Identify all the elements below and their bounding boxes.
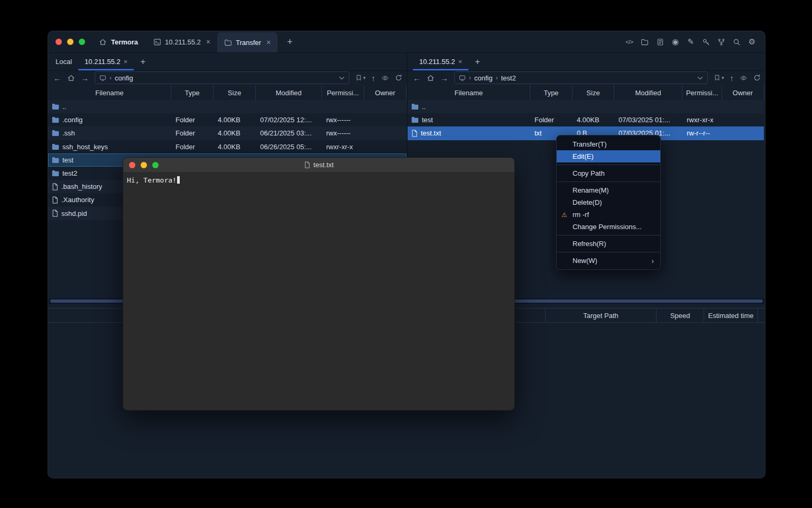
close-icon[interactable]: × [266,38,271,47]
code-icon[interactable]: </> [625,38,634,47]
column-header-modified[interactable]: Modified [614,85,682,100]
add-panel-tab-button[interactable]: + [468,53,486,70]
column-header-estimated-time[interactable]: Estimated time [704,309,758,322]
close-icon[interactable]: × [206,38,210,46]
home-button[interactable] [67,74,75,82]
refresh-icon[interactable] [753,74,761,81]
menu-item-rm-rf[interactable]: ⚠ rm -rf [557,208,660,221]
log-icon[interactable] [656,38,665,47]
tab-remote-left[interactable]: 10.211.55.2 × [78,53,134,70]
file-permissions: rw-r--r-- [682,129,722,137]
tab-local[interactable]: Local [49,53,78,70]
file-icon [52,210,58,217]
menu-item-edit[interactable]: Edit(E) [557,150,660,162]
column-header-speed[interactable]: Speed [656,309,704,322]
path-breadcrumb[interactable]: › config › test2 [454,71,708,84]
title-toolbar: </> ◉ ✎ ⚙ [625,38,756,47]
folder-icon [411,103,419,110]
menu-item-refresh[interactable]: Refresh(R) [557,238,660,250]
back-button[interactable]: ← [413,74,421,82]
file-name: .config [62,116,82,124]
file-modified: 06/21/2025 03:... [256,129,322,137]
column-header-filename[interactable]: Filename [408,85,530,100]
close-window-button[interactable] [56,39,62,45]
column-header-target-path[interactable]: Target Path [545,309,656,322]
window-controls [56,39,85,45]
add-panel-tab-button[interactable]: + [134,53,152,70]
fork-icon[interactable] [717,38,726,47]
home-button[interactable] [427,74,435,82]
text-cursor [177,176,180,184]
pen-icon[interactable]: ✎ [686,38,695,47]
column-header-permissions[interactable]: Permissi... [322,85,364,100]
chevron-down-icon[interactable] [339,76,345,80]
column-header-size[interactable]: Size [214,85,256,100]
column-header-owner[interactable]: Owner [364,85,407,100]
file-name: .. [422,103,426,111]
app-home-button[interactable]: Termora [99,38,138,46]
parent-directory-button[interactable]: ↑ [372,74,376,82]
column-header-type[interactable]: Type [171,85,214,100]
editor-title: test.txt [123,158,514,172]
menu-item-delete[interactable]: Delete(D) [557,196,660,208]
column-header-owner[interactable]: Owner [722,85,764,100]
breadcrumb-item[interactable]: test2 [501,74,516,82]
file-modified: 06/26/2025 05:... [256,143,322,151]
column-header-size[interactable]: Size [573,85,614,100]
column-header-modified[interactable]: Modified [256,85,322,100]
menu-item-change-permissions[interactable]: Change Permissions... [557,221,660,233]
tab-terminal-session[interactable]: 10.211.55.2 × [146,31,217,52]
tab-transfer[interactable]: Transfer × [217,32,278,52]
forward-button[interactable]: → [81,74,89,82]
table-row[interactable]: .. [48,100,407,113]
editor-text-area[interactable]: Hi, Termora! [123,173,514,188]
menu-item-transfer[interactable]: Transfer(T) [557,138,660,150]
breadcrumb-item[interactable]: config [474,74,493,82]
parent-directory-button[interactable]: ↑ [730,74,734,82]
editor-titlebar[interactable]: test.txt [123,158,514,173]
maximize-window-button[interactable] [79,39,85,45]
path-breadcrumb[interactable]: › config [95,71,349,84]
table-row[interactable]: test Folder 4.00KB 07/03/2025 01:... rwx… [408,113,764,126]
key-icon[interactable] [702,38,710,47]
document-icon [304,161,310,168]
tab-label: 10.211.55.2 [419,58,455,66]
close-window-button[interactable] [129,162,135,168]
show-hidden-eye-icon[interactable] [381,75,389,81]
folder-icon[interactable] [640,38,649,47]
refresh-icon[interactable] [395,74,402,81]
file-size: 4.00KB [214,116,256,124]
table-row[interactable]: .config Folder 4.00KB 07/02/2025 12:... … [48,113,407,126]
record-icon[interactable]: ◉ [671,38,680,47]
back-button[interactable]: ← [53,74,61,82]
close-icon[interactable]: × [458,58,463,66]
close-icon[interactable]: × [124,58,128,66]
minimize-window-button[interactable] [141,162,147,168]
bookmark-icon[interactable] [355,74,362,81]
table-row[interactable]: ssh_host_keys Folder 4.00KB 06/26/2025 0… [48,140,407,153]
tab-label: Local [56,58,72,66]
table-row[interactable]: .ssh Folder 4.00KB 06/21/2025 03:... rwx… [48,126,407,140]
maximize-window-button[interactable] [152,162,159,168]
menu-item-new[interactable]: New(W) › [557,255,660,267]
table-row[interactable]: .. [408,100,764,113]
column-header-permissions[interactable]: Permissi... [682,85,722,100]
bookmark-caret-icon[interactable]: ▾ [363,75,366,80]
file-name: test2 [62,169,77,177]
menu-item-copy-path[interactable]: Copy Path [557,167,660,179]
menu-item-rename[interactable]: Rename(M) [557,184,660,196]
breadcrumb-item[interactable]: config [115,74,133,82]
minimize-window-button[interactable] [67,39,73,45]
column-header-type[interactable]: Type [530,85,573,100]
show-hidden-eye-icon[interactable] [740,75,748,81]
search-icon[interactable] [732,38,741,47]
chevron-down-icon[interactable] [697,76,703,80]
bookmark-caret-icon[interactable]: ▾ [722,75,724,80]
bookmark-icon[interactable] [714,74,721,81]
forward-button[interactable]: → [440,74,448,82]
column-header-filename[interactable]: Filename [48,85,171,100]
app-name: Termora [111,38,138,46]
new-tab-button[interactable]: + [284,37,296,48]
settings-icon[interactable]: ⚙ [748,38,756,47]
tab-remote-right[interactable]: 10.211.55.2 × [413,53,468,70]
